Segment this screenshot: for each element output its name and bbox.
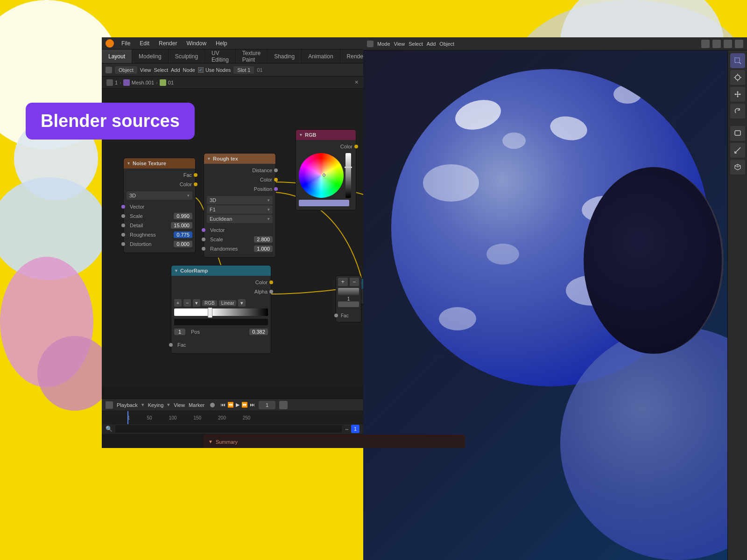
- mode-dropdown[interactable]: Object: [115, 66, 137, 74]
- cr-color-socket[interactable]: [269, 280, 273, 284]
- roughness-socket[interactable]: [121, 233, 125, 237]
- summary-arrow[interactable]: ▼: [208, 439, 213, 444]
- tab-animation[interactable]: Animation: [302, 49, 340, 63]
- move-tool[interactable]: [730, 87, 745, 102]
- noise-texture-node[interactable]: ▾ Noise Texture Fac Color 3D ▾: [123, 158, 196, 253]
- add-btn[interactable]: Add: [171, 67, 180, 73]
- close-panel-btn[interactable]: ✕: [354, 79, 359, 85]
- menu-render[interactable]: Render: [157, 39, 179, 48]
- cr-interp-select[interactable]: Linear: [219, 300, 237, 306]
- rgb-node[interactable]: ▾ RGB Color: [296, 129, 356, 210]
- cr-dropdown-btn[interactable]: ▾: [193, 299, 200, 307]
- vp-btn4[interactable]: [735, 40, 743, 48]
- tab-uv-editing[interactable]: UV Editing: [205, 49, 236, 63]
- rt-scale-value[interactable]: 2.800: [254, 236, 273, 243]
- rt-color-socket[interactable]: [274, 178, 278, 182]
- scale-value[interactable]: 0.990: [174, 213, 192, 219]
- position-socket[interactable]: [274, 187, 278, 191]
- colorramp-node[interactable]: ▾ ColorRamp Color Alpha + − ▾ RGB: [171, 265, 271, 354]
- rotate-tool[interactable]: [730, 104, 745, 119]
- cr-mode-select[interactable]: RGB: [202, 300, 217, 306]
- cr-marker-num[interactable]: 1: [174, 329, 185, 335]
- skip-end-btn[interactable]: ⏭: [250, 402, 255, 408]
- node-btn[interactable]: Node: [183, 67, 195, 73]
- paint-tool[interactable]: [730, 126, 745, 141]
- cr-interp-dropdown[interactable]: ▾: [238, 299, 246, 307]
- tab-rendering[interactable]: Rendering: [340, 49, 363, 63]
- tab-shading[interactable]: Shading: [268, 49, 302, 63]
- glossy-minus-btn[interactable]: −: [350, 278, 359, 286]
- cr-marker[interactable]: [208, 308, 212, 318]
- glossy-fac2-socket[interactable]: [334, 314, 338, 317]
- keying-btn[interactable]: Keying: [148, 402, 164, 408]
- cr-minus-btn[interactable]: −: [183, 299, 191, 307]
- vp-select[interactable]: Select: [409, 41, 423, 47]
- nav-left[interactable]: ↔: [345, 427, 349, 432]
- vp-btn3[interactable]: [724, 40, 732, 48]
- collapse-arrow[interactable]: ▾: [127, 161, 130, 166]
- menu-file[interactable]: File: [120, 39, 132, 48]
- use-nodes-toggle[interactable]: ✓ Use Nodes: [198, 67, 231, 73]
- timeline-view-btn[interactable]: View: [174, 402, 185, 408]
- rgb-collapse[interactable]: ▾: [300, 133, 302, 137]
- cr-gradient-wrap[interactable]: [174, 308, 268, 318]
- rt-random-value[interactable]: 1.000: [254, 245, 273, 252]
- cr-pos-value[interactable]: 0.382: [249, 329, 268, 335]
- brightness-strip[interactable]: [345, 153, 351, 198]
- rt-mode2-dropdown[interactable]: F1 ▾: [207, 205, 273, 214]
- view-btn[interactable]: View: [140, 67, 151, 73]
- detail-socket[interactable]: [121, 224, 125, 227]
- color-wheel[interactable]: [299, 153, 344, 198]
- select-btn[interactable]: Select: [154, 67, 168, 73]
- distance-socket[interactable]: [274, 168, 278, 172]
- scale-socket[interactable]: [121, 214, 125, 218]
- vp-object[interactable]: Object: [439, 41, 454, 47]
- playback-btn[interactable]: Playback: [117, 402, 138, 408]
- rgb-color-socket[interactable]: [354, 145, 358, 148]
- tab-texture-paint[interactable]: Texture Paint: [236, 49, 268, 63]
- cr-fac-socket[interactable]: [169, 343, 173, 347]
- frame-1-btn[interactable]: 1: [351, 425, 359, 433]
- tab-sculpting[interactable]: Sculpting: [169, 49, 205, 63]
- vp-view[interactable]: View: [394, 41, 405, 47]
- prev-frame-btn[interactable]: ⏪: [227, 402, 234, 408]
- mode-dropdown-noise[interactable]: 3D ▾: [127, 191, 192, 200]
- color-wheel-wrap[interactable]: [299, 153, 344, 198]
- color-out-socket[interactable]: [194, 182, 197, 186]
- vp-btn1[interactable]: [701, 40, 710, 48]
- slot-dropdown[interactable]: Slot 1: [233, 66, 254, 74]
- menu-edit[interactable]: Edit: [138, 39, 151, 48]
- tab-modeling[interactable]: Modeling: [132, 49, 169, 63]
- color-picker[interactable]: [299, 153, 353, 198]
- menu-help[interactable]: Help: [214, 39, 229, 48]
- cursor-tool[interactable]: [730, 70, 745, 85]
- vp-mode[interactable]: Mode: [377, 41, 390, 47]
- roughness-value[interactable]: 0.775: [174, 231, 192, 238]
- rt-vector-socket[interactable]: [202, 228, 205, 232]
- fac-socket[interactable]: [194, 173, 197, 177]
- rough-tex-collapse[interactable]: ▾: [208, 156, 210, 161]
- add-cube-tool[interactable]: [730, 160, 745, 175]
- rt-scale-socket[interactable]: [202, 238, 205, 241]
- vp-add[interactable]: Add: [427, 41, 436, 47]
- next-frame-btn[interactable]: ⏩: [241, 402, 248, 408]
- rt-random-socket[interactable]: [202, 247, 205, 251]
- select-box-tool[interactable]: [730, 53, 745, 68]
- distortion-value[interactable]: 0.000: [174, 241, 192, 247]
- rt-mode3-dropdown[interactable]: Euclidean ▾: [207, 215, 273, 223]
- skip-start-btn[interactable]: ⏮: [220, 402, 226, 408]
- frame-counter[interactable]: 1: [259, 401, 275, 409]
- cr-alpha-socket[interactable]: [269, 290, 273, 294]
- measure-tool[interactable]: [730, 143, 745, 158]
- vector-socket[interactable]: [121, 205, 125, 209]
- marker-btn[interactable]: Marker: [189, 402, 204, 408]
- rough-tex-node[interactable]: ▾ Rough tex Distance Color Position: [204, 153, 276, 258]
- detail-value[interactable]: 15.000: [171, 222, 192, 229]
- vp-btn2[interactable]: [712, 40, 721, 48]
- colorramp-collapse[interactable]: ▾: [175, 268, 177, 273]
- rt-mode1-dropdown[interactable]: 3D ▾: [207, 196, 273, 204]
- play-btn[interactable]: ▶: [236, 402, 240, 408]
- timeline-search-input[interactable]: [115, 425, 342, 433]
- cr-plus-btn[interactable]: +: [174, 299, 182, 307]
- glossy-plus-btn[interactable]: +: [338, 278, 348, 286]
